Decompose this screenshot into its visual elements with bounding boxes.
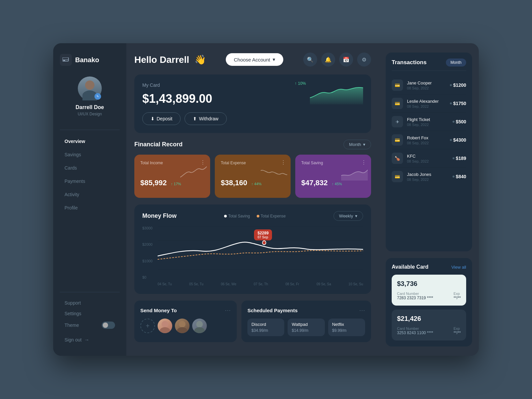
notification-button[interactable]: 🔔 — [321, 53, 335, 66]
money-flow-header: Money Flow Total Saving Total Expense We… — [142, 211, 363, 221]
transaction-kfc: 🍗 KFC 08 Sep, 2022 $189 — [392, 149, 466, 168]
send-money-more-button[interactable]: ⋯ — [225, 307, 231, 314]
trans-amount-1: $1200 — [450, 82, 466, 88]
svg-point-13 — [194, 327, 205, 333]
user-role: UI/UX Design — [78, 112, 102, 116]
income-card: Total Income ⋮ $85,992 ↑ 17% — [134, 155, 210, 198]
signout-icon: → — [84, 337, 89, 342]
contact-avatar-2[interactable] — [175, 319, 190, 333]
sidebar-item-profile[interactable]: Profile — [60, 202, 120, 214]
trans-info-2: Leslie Alexander 08 Sep, 2022 — [407, 99, 446, 108]
user-area: ✎ Darrell Doe UI/UX Design — [60, 76, 120, 116]
withdraw-button[interactable]: ⬆ Withdraw — [185, 112, 226, 125]
chart-svg-wrap: $2289 07 Sep — [158, 226, 363, 269]
svg-point-7 — [262, 241, 266, 245]
divider — [60, 130, 120, 130]
theme-toggle[interactable] — [102, 322, 115, 329]
trans-amount-5: $189 — [453, 156, 466, 161]
calendar-icon: 📅 — [343, 57, 349, 63]
scheduled-payments-title: Scheduled Payments — [247, 308, 298, 313]
logo-area: Banako — [60, 54, 120, 66]
transaction-leslie: 💳 Leslie Alexander 08 Sep, 2022 $1750 — [392, 94, 466, 113]
chevron-down-icon: ▾ — [355, 213, 357, 218]
available-card-2: $21,426 Card Number 3253 8243 1100 **** … — [392, 310, 466, 340]
financial-period-button[interactable]: Month ▾ — [343, 140, 371, 149]
scheduled-more-button[interactable]: ⋯ — [359, 307, 365, 314]
view-all-button[interactable]: View all — [451, 265, 466, 270]
user-name: Darrell Doe — [75, 104, 104, 110]
trans-dot-3 — [453, 121, 455, 123]
right-panel: Transactions Month 💳 Jane Cooper 08 Sep,… — [379, 43, 479, 356]
trans-dot-6 — [453, 176, 455, 178]
svg-point-12 — [196, 321, 203, 328]
money-flow-chart: $3000 $2000 $1000 $0 $2289 07 Sep — [142, 226, 363, 279]
available-cards-title: Available Card — [392, 264, 429, 270]
trans-info-4: Robert Fox 08 Sep, 2022 — [407, 135, 446, 145]
transactions-period-button[interactable]: Month — [446, 59, 466, 66]
sidebar: Banako ✎ Darrell Doe UI/UX Design Overvi… — [53, 43, 126, 356]
sidebar-item-cards[interactable]: Cards — [60, 162, 120, 174]
sched-item-wattpad: Wattpad $14.99/m — [288, 319, 325, 336]
trans-icon-6: 💳 — [392, 171, 403, 182]
scheduled-payments-header: Scheduled Payments ⋯ — [247, 307, 365, 314]
gear-icon: ⚙ — [362, 57, 366, 63]
deposit-button[interactable]: ⬇ Deposit — [142, 112, 181, 125]
scheduled-payments-section: Scheduled Payments ⋯ Discord $34.99/m Wa… — [241, 301, 371, 342]
search-button[interactable]: 🔍 — [303, 53, 317, 66]
trans-info-5: KFC 08 Sep, 2022 — [407, 154, 449, 163]
available-cards-panel: Available Card View all $3,736 Card Numb… — [386, 258, 472, 346]
avatar: ✎ — [78, 76, 102, 100]
sidebar-item-settings[interactable]: Settings — [60, 308, 120, 319]
transaction-jane-cooper: 💳 Jane Cooper 08 Sep, 2022 $1200 — [392, 76, 466, 94]
svg-point-9 — [160, 327, 170, 333]
transaction-robert: 💳 Robert Fox 08 Sep, 2022 $4300 — [392, 131, 466, 149]
transactions-panel: Transactions Month 💳 Jane Cooper 08 Sep,… — [386, 53, 472, 251]
main-content: Hello Darrell 👋 Choose Account ▾ 🔍 🔔 📅 — [126, 43, 379, 356]
sidebar-item-activity[interactable]: Activity — [60, 189, 120, 200]
search-icon: 🔍 — [307, 57, 314, 63]
money-flow-period-button[interactable]: Weekly ▾ — [333, 211, 363, 221]
sched-item-netflix: Netflix $9.99/m — [328, 319, 365, 336]
trans-icon-4: 💳 — [392, 134, 403, 146]
nav-menu: Overview Savings Cards Payments Activity… — [60, 135, 120, 287]
greeting: Hello Darrell 👋 — [134, 54, 206, 65]
scheduled-items: Discord $34.99/m Wattpad $14.99/m Netfli… — [247, 319, 365, 336]
sidebar-item-support[interactable]: Support — [60, 298, 120, 308]
svg-point-8 — [162, 321, 168, 328]
financial-cards: Total Income ⋮ $85,992 ↑ 17% Total Expen… — [134, 155, 371, 198]
choose-account-button[interactable]: Choose Account ▾ — [226, 53, 283, 66]
svg-rect-2 — [63, 60, 65, 61]
sidebar-item-payments[interactable]: Payments — [60, 175, 120, 187]
saving-card: Total Saving ⋮ $47,832 ↑ 45% — [295, 155, 371, 198]
trans-amount-3: $500 — [453, 119, 466, 124]
signout-label: Sign out — [65, 337, 81, 342]
send-money-section: Send Money To ⋯ + — [134, 301, 237, 342]
sidebar-item-savings[interactable]: Savings — [60, 149, 120, 161]
send-money-header: Send Money To ⋯ — [140, 307, 231, 314]
contact-avatar-3[interactable] — [192, 319, 207, 333]
saving-dot — [224, 215, 227, 217]
sidebar-item-overview[interactable]: Overview — [60, 135, 120, 147]
sidebar-bottom: Support Settings Theme Sign out → — [60, 298, 120, 345]
chevron-down-icon: ▾ — [363, 142, 365, 147]
contact-avatar-1[interactable] — [158, 319, 172, 333]
svg-point-10 — [179, 321, 186, 328]
chevron-down-icon: ▾ — [273, 57, 275, 63]
add-contact-button[interactable]: + — [140, 319, 155, 333]
theme-label: Theme — [65, 323, 79, 328]
trans-icon-1: 💳 — [392, 79, 403, 91]
financial-record-section: Financial Record Month ▾ Total Income ⋮ — [134, 140, 371, 204]
divider-2 — [60, 292, 120, 292]
trans-amount-6: $840 — [453, 174, 466, 179]
calendar-button[interactable]: 📅 — [339, 53, 353, 66]
top-bar: Hello Darrell 👋 Choose Account ▾ 🔍 🔔 📅 — [134, 53, 371, 66]
transaction-jacob: 💳 Jacob Jones 08 Sep, 2022 $840 — [392, 168, 466, 186]
settings-button[interactable]: ⚙ — [357, 53, 371, 66]
transactions-title: Transactions — [392, 59, 427, 66]
avatar-edit-icon[interactable]: ✎ — [94, 93, 101, 100]
expense-dot — [257, 215, 259, 217]
chart-legend: Total Saving Total Expense — [224, 214, 286, 218]
signout-button[interactable]: Sign out → — [60, 334, 120, 345]
deposit-icon: ⬇ — [151, 116, 155, 121]
money-flow-section: Money Flow Total Saving Total Expense We… — [134, 204, 371, 294]
